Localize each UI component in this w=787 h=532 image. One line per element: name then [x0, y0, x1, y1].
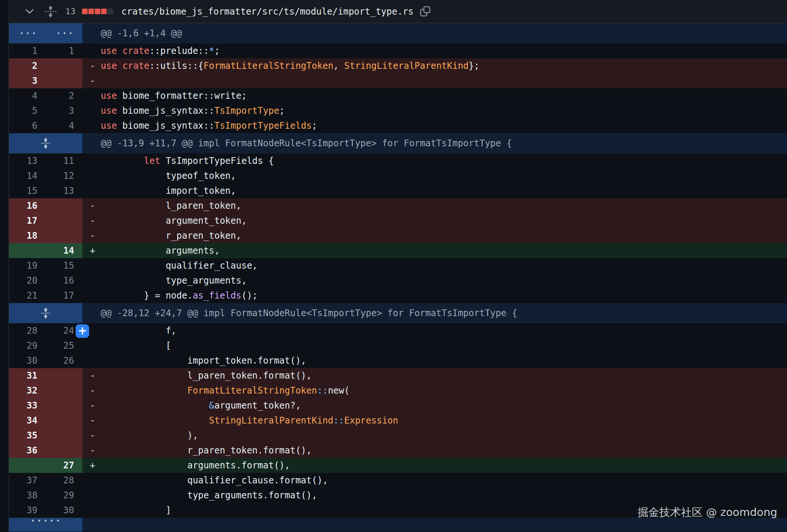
new-line-number[interactable]	[46, 58, 82, 73]
new-line-number[interactable]	[46, 398, 82, 413]
new-line-number[interactable]: 4	[46, 118, 82, 133]
new-line-number[interactable]: 14	[46, 243, 82, 258]
new-line-number[interactable]	[46, 198, 82, 213]
old-line-number[interactable]: 33	[9, 398, 46, 413]
line-number-gutter: 17	[9, 213, 82, 228]
expand-hunk-icon[interactable]	[9, 303, 82, 323]
diff-sign	[90, 353, 101, 368]
code-line: - argument_token,	[82, 213, 787, 228]
expand-hunk-icon[interactable]	[9, 133, 82, 153]
line-number-gutter: 1311	[9, 153, 82, 168]
old-line-number[interactable]: 14	[9, 168, 46, 183]
old-line-number[interactable]: 35	[9, 428, 46, 443]
new-line-number[interactable]	[46, 73, 82, 88]
diff-line-deleted: 16- l_paren_token,	[9, 198, 787, 213]
diffstat-square-deleted	[95, 9, 100, 14]
new-line-number[interactable]: 1	[46, 43, 82, 58]
new-line-number[interactable]: 16	[46, 273, 82, 288]
old-line-number[interactable]: 32	[9, 383, 46, 398]
line-number-gutter: 34	[9, 413, 82, 428]
old-line-number[interactable]: 20	[9, 273, 46, 288]
add-comment-button[interactable]: +	[76, 324, 89, 338]
old-line-number[interactable]: 6	[9, 118, 46, 133]
new-line-number[interactable]	[46, 413, 82, 428]
code-token: l_paren_token.format(),	[101, 370, 312, 381]
new-line-number[interactable]: 29	[46, 488, 82, 503]
new-line-number[interactable]	[46, 428, 82, 443]
old-line-number[interactable]: 2	[9, 58, 46, 73]
code-line: f,	[82, 323, 787, 338]
expand-dots[interactable]: ·····	[30, 518, 61, 532]
old-line-number[interactable]: 37	[9, 473, 46, 488]
old-line-number[interactable]: 30	[9, 353, 46, 368]
diff-line-context: 1412 typeof_token,	[9, 168, 787, 183]
code-token: } = node.	[101, 290, 193, 301]
expand-up-dots[interactable]: ···	[9, 23, 46, 43]
code-token: ::prelude::	[149, 46, 209, 56]
new-line-number[interactable]: 26	[46, 353, 82, 368]
old-line-number[interactable]: 31	[9, 368, 46, 383]
new-line-number[interactable]	[46, 228, 82, 243]
new-line-number[interactable]: 12	[46, 168, 82, 183]
expand-all-hunks-icon[interactable]	[44, 5, 57, 18]
new-line-number[interactable]: 2	[46, 88, 82, 103]
copy-path-icon[interactable]	[419, 6, 431, 18]
code-token: as_fields	[193, 290, 241, 301]
old-line-number[interactable]: 29	[9, 338, 46, 353]
new-line-number[interactable]	[46, 368, 82, 383]
new-line-number[interactable]: 15	[46, 258, 82, 273]
old-line-number[interactable]: 4	[9, 88, 46, 103]
diff-sign: +	[90, 458, 101, 473]
old-line-number[interactable]: 3	[9, 73, 46, 88]
watermark: 掘金技术社区 @ zoomdong	[638, 505, 777, 520]
old-line-number[interactable]: 15	[9, 183, 46, 198]
code-token	[101, 415, 209, 426]
old-line-number[interactable]: 5	[9, 103, 46, 118]
new-line-number[interactable]: 3	[46, 103, 82, 118]
new-line-number[interactable]: 25	[46, 338, 82, 353]
new-line-number[interactable]: 17	[46, 288, 82, 303]
diff-line-context: 1513 import_token,	[9, 183, 787, 198]
old-line-number[interactable]: 36	[9, 443, 46, 458]
new-line-number[interactable]	[46, 213, 82, 228]
code-line: use biome_formatter::write;	[82, 88, 787, 103]
diff-sign	[90, 338, 101, 353]
new-line-number[interactable]: 11	[46, 153, 82, 168]
diff-sign	[90, 258, 101, 273]
new-line-number[interactable]	[46, 443, 82, 458]
code-token: use	[101, 46, 117, 56]
diff-line-deleted: 31- l_paren_token.format(),	[9, 368, 787, 383]
new-line-number[interactable]: 27	[46, 458, 82, 473]
old-line-number[interactable]: 19	[9, 258, 46, 273]
old-line-number[interactable]: 28	[9, 323, 46, 338]
file-path[interactable]: crates/biome_js_formatter/src/ts/module/…	[121, 6, 413, 17]
old-line-number[interactable]: 34	[9, 413, 46, 428]
old-line-number[interactable]	[9, 243, 46, 258]
code-line: qualifier_clause,	[82, 258, 787, 273]
code-token: r_paren_token.format(),	[101, 445, 312, 456]
diff-line-context: 3829 type_arguments.format(),	[9, 488, 787, 503]
diff-sign	[90, 118, 101, 133]
code-token: new(	[328, 385, 350, 396]
line-number-gutter: 36	[9, 443, 82, 458]
code-token: f,	[101, 325, 176, 336]
line-number-gutter: 64	[9, 118, 82, 133]
new-line-number[interactable]: 13	[46, 183, 82, 198]
old-line-number[interactable]: 38	[9, 488, 46, 503]
old-line-number[interactable]	[9, 458, 46, 473]
collapse-file-chevron-down-icon[interactable]	[25, 9, 34, 14]
expand-down-dots[interactable]: ···	[46, 23, 82, 43]
code-token: type_arguments,	[101, 275, 247, 286]
new-line-number[interactable]	[46, 383, 82, 398]
old-line-number[interactable]: 18	[9, 228, 46, 243]
old-line-number[interactable]: 1	[9, 43, 46, 58]
new-line-number[interactable]: 28	[46, 473, 82, 488]
old-line-number[interactable]: 13	[9, 153, 46, 168]
line-number-gutter: 1412	[9, 168, 82, 183]
old-line-number[interactable]: 17	[9, 213, 46, 228]
code-token: l_paren_token,	[101, 201, 241, 211]
old-line-number[interactable]: 21	[9, 288, 46, 303]
line-number-gutter: 2824	[9, 323, 82, 338]
diff-line-context: 2117 } = node.as_fields();	[9, 288, 787, 303]
old-line-number[interactable]: 16	[9, 198, 46, 213]
